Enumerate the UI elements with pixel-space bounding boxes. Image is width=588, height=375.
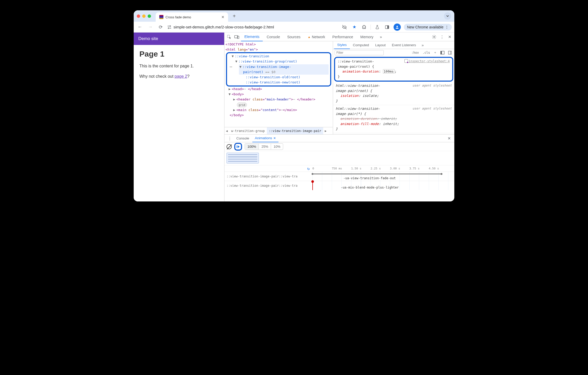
tree-toggle[interactable]: ▶ bbox=[233, 107, 236, 113]
stylesheet-icon bbox=[404, 59, 408, 63]
rule-source: user agent stylesheet bbox=[412, 106, 452, 111]
devtools-menu-icon[interactable]: ⋮ bbox=[438, 35, 446, 39]
play-pause-button[interactable] bbox=[234, 143, 242, 151]
styles-tab-styles[interactable]: Styles bbox=[334, 41, 350, 49]
labs-icon[interactable] bbox=[374, 25, 381, 29]
highlight-box-tree: ▼::view-transition ▼::view-transition-gr… bbox=[226, 52, 331, 87]
browser-tab[interactable]: Cross fade demo ✕ bbox=[156, 12, 228, 22]
tree-toggle[interactable]: ▶ bbox=[229, 87, 232, 92]
animation-row[interactable]: ::view-transition-image-pair::view-tra -… bbox=[224, 181, 454, 190]
site-settings-icon[interactable] bbox=[167, 25, 171, 29]
drawer-tab-animations[interactable]: Animations ✕ bbox=[252, 135, 279, 142]
page-title: Page 1 bbox=[139, 50, 218, 58]
drawer-menu-icon[interactable]: ⋮ bbox=[226, 136, 233, 141]
title-bar: Cross fade demo ✕ + bbox=[134, 10, 454, 22]
styles-panel: Styles Computed Layout Event Listeners »… bbox=[333, 41, 454, 134]
crumb-item[interactable]: w-transition-group bbox=[229, 127, 267, 135]
site-header: Demo site bbox=[134, 33, 224, 45]
url-text: simple-set-demos.glitch.me/2-slow-cross-… bbox=[174, 25, 274, 29]
tab-title: Cross fade demo bbox=[165, 15, 219, 19]
svg-rect-13 bbox=[448, 51, 451, 54]
page-body: Page 1 This is the content for page 1. W… bbox=[134, 45, 224, 88]
crumb-next-icon[interactable]: ▶ bbox=[323, 129, 328, 133]
tab-elements[interactable]: Elements bbox=[241, 33, 263, 41]
more-tabs-icon[interactable]: » bbox=[377, 35, 385, 39]
css-property-overridden[interactable]: animation-duration: inherit; bbox=[336, 116, 452, 121]
back-button[interactable]: ← bbox=[136, 24, 144, 31]
tab-list-button[interactable] bbox=[444, 12, 451, 20]
close-window-button[interactable] bbox=[137, 14, 140, 18]
update-available-chip[interactable]: New Chrome available ⋮ bbox=[404, 24, 452, 30]
animation-groups bbox=[224, 151, 454, 165]
scrubber[interactable] bbox=[312, 181, 313, 190]
styles-tab-layout[interactable]: Layout bbox=[372, 41, 389, 49]
animations-toolbar: 100% 25% 10% bbox=[224, 142, 454, 151]
tab-memory[interactable]: Memory bbox=[357, 33, 377, 41]
replay-icon[interactable]: ↻ bbox=[307, 166, 310, 171]
forward-button[interactable]: → bbox=[147, 24, 154, 31]
tab-close-icon[interactable]: ✕ bbox=[221, 15, 224, 19]
extensions-icon[interactable] bbox=[361, 25, 367, 29]
new-rule-icon[interactable]: ＋ bbox=[433, 50, 438, 55]
browser-window: Cross fade demo ✕ + ← → ⟳ simple-set-dem… bbox=[134, 10, 454, 201]
chevron-down-icon bbox=[446, 14, 449, 18]
styles-panel-icon[interactable] bbox=[447, 51, 453, 54]
hov-toggle[interactable]: :hov bbox=[410, 51, 420, 54]
speed-25[interactable]: 25% bbox=[259, 144, 271, 150]
grid-badge[interactable]: grid bbox=[237, 103, 247, 107]
clear-animations-button[interactable] bbox=[227, 144, 232, 149]
more-tabs-icon[interactable]: » bbox=[419, 43, 426, 47]
toolbar: ← → ⟳ simple-set-demos.glitch.me/2-slow-… bbox=[134, 22, 454, 33]
tab-console[interactable]: Console bbox=[263, 33, 283, 41]
crumb-prev-icon[interactable]: ◀ bbox=[224, 129, 229, 133]
speed-10[interactable]: 10% bbox=[271, 144, 283, 150]
minimize-window-button[interactable] bbox=[142, 14, 146, 18]
overflow-menu-icon[interactable]: ⋯ bbox=[230, 65, 232, 69]
drawer-close-icon[interactable]: ✕ bbox=[446, 136, 453, 141]
tree-toggle[interactable]: ▼ bbox=[232, 54, 235, 59]
settings-icon[interactable] bbox=[431, 35, 438, 39]
css-property[interactable]: animation-duration: 100ms; bbox=[338, 69, 450, 74]
css-property[interactable]: isolation: isolate; bbox=[336, 93, 452, 98]
inspect-element-icon[interactable] bbox=[225, 35, 233, 39]
tree-toggle[interactable]: ▼ bbox=[239, 64, 243, 69]
tab-performance[interactable]: Performance bbox=[329, 33, 356, 41]
styles-tab-event[interactable]: Event Listeners bbox=[389, 41, 419, 49]
styles-filter-input[interactable] bbox=[335, 50, 384, 55]
side-panel-icon[interactable] bbox=[384, 25, 390, 29]
animation-timeline[interactable]: ↻ 0 750 ms 1.50 s 2.25 s 3.00 s 3.75 s 4… bbox=[224, 165, 454, 201]
styles-tab-computed[interactable]: Computed bbox=[350, 41, 372, 49]
hide-icon[interactable] bbox=[341, 25, 348, 30]
maximize-window-button[interactable] bbox=[148, 14, 151, 18]
window-controls bbox=[137, 14, 151, 18]
profile-avatar[interactable] bbox=[394, 24, 401, 31]
computed-toggle-icon[interactable] bbox=[439, 51, 446, 54]
css-property[interactable]: animation-fill-mode: inherit; bbox=[336, 121, 452, 127]
tab-sources[interactable]: Sources bbox=[284, 33, 304, 41]
address-bar[interactable]: simple-set-demos.glitch.me/2-slow-cross-… bbox=[167, 25, 274, 29]
drawer-tab-console[interactable]: Console bbox=[234, 135, 252, 142]
devtools-close-icon[interactable]: ✕ bbox=[446, 35, 453, 39]
tree-toggle[interactable]: ▶ bbox=[233, 97, 236, 102]
reload-button[interactable]: ⟳ bbox=[157, 24, 164, 31]
rule-source-link[interactable]: inspector-stylesheet:4 bbox=[404, 59, 450, 64]
separator bbox=[371, 25, 371, 30]
bookmark-star-icon[interactable]: ★ bbox=[351, 24, 358, 30]
page-link[interactable]: page 2 bbox=[175, 74, 187, 79]
rendered-page: Demo site Page 1 This is the content for… bbox=[134, 33, 224, 201]
close-icon[interactable]: ✕ bbox=[273, 136, 276, 140]
devtools-drawer: ⋮ Console Animations ✕ ✕ 100% 25% 10% bbox=[224, 134, 454, 201]
styles-rules[interactable]: inspector-stylesheet:4 ::view-transition… bbox=[333, 56, 454, 134]
tree-toggle[interactable]: ▼ bbox=[229, 92, 232, 97]
animation-row[interactable]: ::view-transition-image-pair::view-tra -… bbox=[224, 171, 454, 181]
device-toolbar-icon[interactable] bbox=[233, 35, 240, 39]
update-label: New Chrome available bbox=[407, 25, 443, 29]
dom-tree[interactable]: <!DOCTYPE html> <html lang="en"> ▼::view… bbox=[224, 41, 333, 127]
animation-group-card[interactable] bbox=[227, 153, 259, 163]
speed-100[interactable]: 100% bbox=[245, 144, 259, 150]
new-tab-button[interactable]: + bbox=[233, 13, 236, 19]
tab-network[interactable]: Network bbox=[304, 33, 328, 41]
cls-toggle[interactable]: .cls bbox=[421, 51, 431, 54]
tree-toggle[interactable]: ▼ bbox=[235, 59, 238, 64]
crumb-item[interactable]: ::view-transition-image-pair bbox=[267, 127, 323, 135]
